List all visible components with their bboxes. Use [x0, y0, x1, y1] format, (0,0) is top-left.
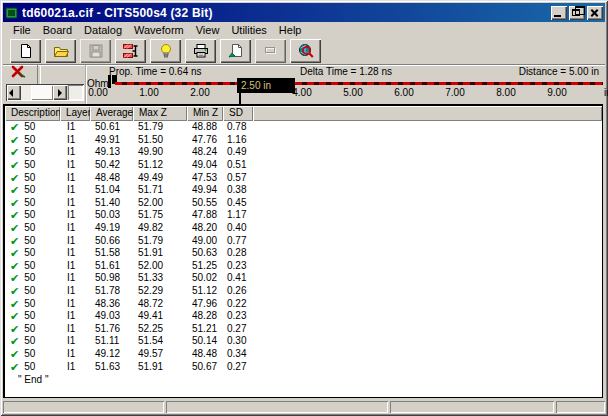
- prop-time-label: Prop. Time = 0.64 ns: [109, 66, 202, 77]
- cell-description: ✔50: [5, 172, 60, 184]
- table-row[interactable]: ✔50I151.7652.2551.210.27: [5, 323, 602, 336]
- table-row[interactable]: ✔50I149.1949.8248.200.40: [5, 222, 602, 235]
- table-row[interactable]: ✔50I150.6151.7948.880.78: [5, 121, 602, 134]
- cell-layer: I1: [60, 260, 90, 272]
- cell-description: ✔50: [5, 272, 60, 284]
- restore-button[interactable]: [569, 6, 585, 20]
- cell-description: ✔50: [5, 197, 60, 209]
- cell-description: ✔50: [5, 222, 60, 234]
- impedance-measure-button[interactable]: [115, 39, 146, 63]
- cell-layer: I1: [60, 235, 90, 247]
- scroll-right-button[interactable]: [53, 85, 67, 100]
- cell-max-z: 51.54: [133, 335, 187, 347]
- column-header-max-z[interactable]: Max Z: [133, 106, 187, 121]
- status-panel-3: [390, 401, 554, 413]
- cell-max-z: 49.49: [133, 172, 187, 184]
- scroll-extra-box[interactable]: [68, 85, 83, 100]
- table-row[interactable]: ✔50I151.6152.0051.250.23: [5, 260, 602, 273]
- cursor-readout[interactable]: 2.50 in: [237, 78, 295, 93]
- table-row[interactable]: ✔50I149.0349.4148.280.23: [5, 310, 602, 323]
- menu-datalog[interactable]: Datalog: [78, 23, 128, 37]
- cell-average: 50.98: [90, 272, 133, 284]
- cell-average: 49.03: [90, 310, 133, 322]
- column-header-sd[interactable]: SD: [223, 106, 253, 121]
- cell-description: ✔50: [5, 134, 60, 146]
- table-row[interactable]: ✔50I150.0351.7547.881.17: [5, 209, 602, 222]
- check-icon: ✔: [10, 173, 19, 183]
- open-folder-icon: [53, 43, 69, 59]
- table-row[interactable]: ✔50I148.4849.4947.530.57: [5, 171, 602, 184]
- menu-utilities[interactable]: Utilities: [225, 23, 272, 37]
- cell-description: ✔50: [5, 335, 60, 347]
- menu-board[interactable]: Board: [37, 23, 78, 37]
- check-icon: ✔: [10, 362, 19, 372]
- cell-average: 50.61: [90, 121, 133, 133]
- cell-average: 48.48: [90, 172, 133, 184]
- table-row[interactable]: ✔50I149.9151.5047.761.16: [5, 134, 602, 147]
- check-icon: ✔: [10, 349, 19, 359]
- table-row[interactable]: ✔50I148.3648.7247.960.22: [5, 297, 602, 310]
- open-folder-button[interactable]: [45, 39, 76, 63]
- results-table: DescriptionLayerAverageMax ZMin ZSD ✔50I…: [3, 104, 603, 398]
- close-icon: [587, 6, 603, 20]
- cell-description: ✔50: [5, 285, 60, 297]
- table-row[interactable]: ✔50I151.7852.2951.120.26: [5, 285, 602, 298]
- cell-min-z: 50.63: [187, 247, 223, 259]
- ruler-tick-6-00: 6.00: [394, 87, 413, 98]
- table-row[interactable]: ✔50I150.9851.3350.020.41: [5, 272, 602, 285]
- table-row[interactable]: ✔50I151.0451.7149.940.38: [5, 184, 602, 197]
- new-document-button[interactable]: [10, 39, 41, 63]
- globe-search-button[interactable]: [290, 39, 321, 63]
- window-controls: [551, 6, 603, 20]
- column-header-average[interactable]: Average: [90, 106, 133, 121]
- close-button[interactable]: [587, 6, 603, 20]
- title-bar[interactable]: td60021a.cif - CITS500s4 (32 Bit): [3, 3, 605, 22]
- table-row[interactable]: ✔50I151.6351.9150.670.27: [5, 360, 602, 373]
- menu-file[interactable]: File: [7, 23, 37, 37]
- table-row[interactable]: ✔50I149.1249.5748.480.34: [5, 348, 602, 361]
- cell-sd: 0.51: [223, 159, 253, 171]
- table-row[interactable]: ✔50I149.1349.9048.240.49: [5, 146, 602, 159]
- cell-sd: 0.27: [223, 323, 253, 335]
- minimize-button[interactable]: [551, 6, 567, 20]
- scroll-thumb[interactable]: [31, 85, 53, 100]
- cell-layer: I1: [60, 172, 90, 184]
- lightbulb-button[interactable]: [150, 39, 181, 63]
- cell-description: ✔50: [5, 298, 60, 310]
- description-value: 50: [24, 323, 35, 335]
- cell-max-z: 51.91: [133, 361, 187, 373]
- column-header-description[interactable]: Description: [5, 106, 60, 121]
- red-x-tool-icon[interactable]: [9, 65, 29, 84]
- end-marker: " End ": [5, 373, 602, 386]
- table-row[interactable]: ✔50I150.4251.1249.040.51: [5, 159, 602, 172]
- menu-help[interactable]: Help: [273, 23, 308, 37]
- table-row[interactable]: ✔50I151.1151.5450.140.30: [5, 335, 602, 348]
- cell-layer: I1: [60, 197, 90, 209]
- right-arrow-icon: [58, 89, 62, 97]
- scroll-left-button[interactable]: [7, 85, 21, 100]
- marker-tool-area: [3, 65, 85, 84]
- description-value: 50: [24, 121, 35, 133]
- cell-average: 50.03: [90, 209, 133, 221]
- toolbar: [3, 37, 605, 65]
- printer-button[interactable]: [185, 39, 216, 63]
- cell-max-z: 51.79: [133, 121, 187, 133]
- export-page-button[interactable]: [220, 39, 251, 63]
- cell-max-z: 52.00: [133, 197, 187, 209]
- column-header-layer[interactable]: Layer: [60, 106, 90, 121]
- ruler-tick-2-00: 2.00: [190, 87, 209, 98]
- cell-layer: I1: [60, 348, 90, 360]
- cell-max-z: 49.82: [133, 222, 187, 234]
- table-row[interactable]: ✔50I151.5851.9150.630.28: [5, 247, 602, 260]
- scroll-track[interactable]: [21, 85, 53, 100]
- cell-max-z: 51.12: [133, 159, 187, 171]
- column-header-min-z[interactable]: Min Z: [187, 106, 223, 121]
- horizontal-scrollbar[interactable]: [6, 84, 84, 101]
- table-row[interactable]: ✔50I150.6651.7949.000.77: [5, 234, 602, 247]
- table-row[interactable]: ✔50I151.4052.0050.550.45: [5, 197, 602, 210]
- menu-view[interactable]: View: [190, 23, 226, 37]
- menu-waveform[interactable]: Waveform: [128, 23, 190, 37]
- cell-max-z: 49.41: [133, 310, 187, 322]
- cell-max-z: 49.57: [133, 348, 187, 360]
- ruler-tick-7-00: 7.00: [445, 87, 464, 98]
